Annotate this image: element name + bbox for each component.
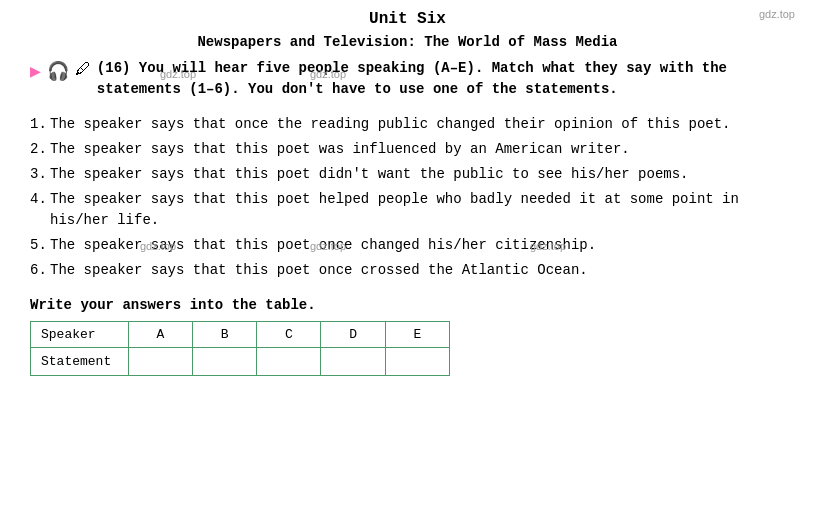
list-item: 1. The speaker says that once the readin…: [30, 114, 785, 135]
statements-list: 1. The speaker says that once the readin…: [30, 114, 785, 281]
watermark-1: gdz.top: [759, 8, 795, 20]
exercise-text: (16) You will hear five people speaking …: [97, 58, 785, 100]
table-header-c: C: [257, 322, 321, 348]
table-header-e: E: [385, 322, 449, 348]
stmt-text-1: The speaker says that once the reading p…: [50, 114, 785, 135]
table-answer-b[interactable]: [192, 348, 256, 376]
write-instruction: Write your answers into the table.: [30, 297, 785, 313]
watermark-3: gdz.top: [310, 68, 346, 80]
table-answer-e[interactable]: [385, 348, 449, 376]
stmt-num-5: 5.: [30, 235, 50, 256]
stmt-num-6: 6.: [30, 260, 50, 281]
list-item: 6. The speaker says that this poet once …: [30, 260, 785, 281]
stmt-num-3: 3.: [30, 164, 50, 185]
watermark-2: gdz.top: [160, 68, 196, 80]
stmt-num-1: 1.: [30, 114, 50, 135]
table-header-row: Speaker A B C D E: [31, 322, 450, 348]
stmt-text-3: The speaker says that this poet didn't w…: [50, 164, 785, 185]
watermark-4: gdz.top: [140, 240, 176, 252]
table-header-a: A: [128, 322, 192, 348]
watermark-6: gdz.top: [530, 240, 566, 252]
watermark-5: gdz.top: [310, 240, 346, 252]
stmt-num-4: 4.: [30, 189, 50, 231]
stmt-text-4: The speaker says that this poet helped p…: [50, 189, 785, 231]
page-container: gdz.top Unit Six gdz.top gdz.top Newspap…: [0, 0, 815, 386]
table-statement-label: Statement: [31, 348, 129, 376]
play-icon: ▶: [30, 60, 41, 82]
table-answer-c[interactable]: [257, 348, 321, 376]
table-wrapper: gdz.top gdz.top Speaker A B C D E Statem…: [30, 321, 785, 376]
table-answer-a[interactable]: [128, 348, 192, 376]
table-header-d: D: [321, 322, 385, 348]
exercise-header: ▶ 🎧 🖊 (16) You will hear five people spe…: [30, 58, 785, 100]
exercise-icon: 🖊: [75, 60, 91, 79]
table-answer-d[interactable]: [321, 348, 385, 376]
stmt-num-2: 2.: [30, 139, 50, 160]
list-item: 2. The speaker says that this poet was i…: [30, 139, 785, 160]
subtitle: Newspapers and Television: The World of …: [30, 34, 785, 50]
list-item: 4. The speaker says that this poet helpe…: [30, 189, 785, 231]
table-header-speaker: Speaker: [31, 322, 129, 348]
stmt-text-2: The speaker says that this poet was infl…: [50, 139, 785, 160]
unit-title: Unit Six: [30, 10, 785, 28]
table-answer-row: Statement: [31, 348, 450, 376]
table-header-b: B: [192, 322, 256, 348]
list-item: 3. The speaker says that this poet didn'…: [30, 164, 785, 185]
exercise-number: (16): [97, 60, 131, 76]
headphone-icon: 🎧: [47, 60, 69, 82]
stmt-text-6: The speaker says that this poet once cro…: [50, 260, 785, 281]
answer-table: Speaker A B C D E Statement: [30, 321, 450, 376]
